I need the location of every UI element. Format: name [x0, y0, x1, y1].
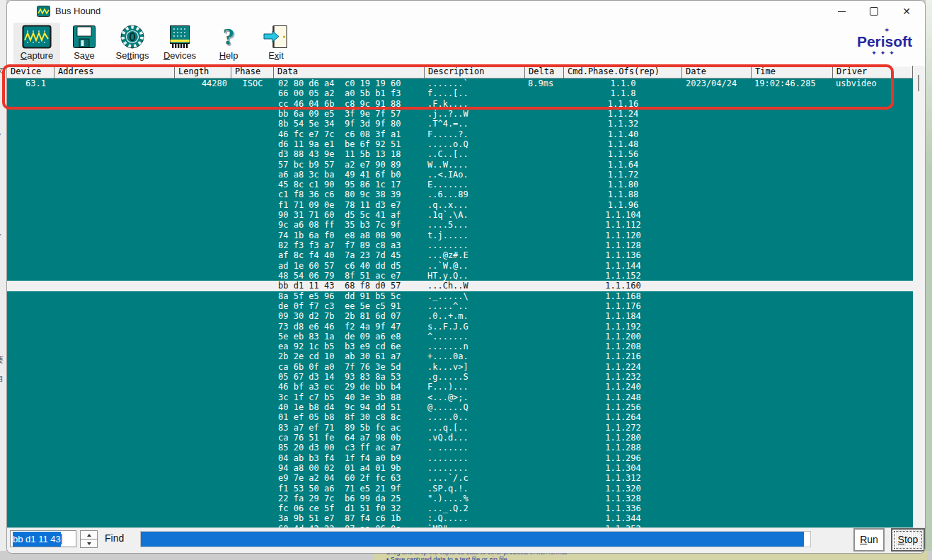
- table-row[interactable]: 8b 54 5e 34 9f 3d 9f 80.T^4.=..1.1.32: [7, 119, 913, 129]
- table-row[interactable]: 46 bf a3 ec 29 de bb b4F...)...1.1.240: [7, 382, 913, 392]
- table-row[interactable]: bb d1 11 43 68 f8 d0 57...Ch..W1.1.160: [7, 281, 913, 291]
- devices-icon: [156, 23, 203, 51]
- table-row[interactable]: 2b 2e cd 10 ab 30 61 a7+....0a.1.1.216: [7, 351, 913, 361]
- title-bar[interactable]: Bus Hound ✕: [7, 1, 925, 22]
- table-row[interactable]: 74 1b 6a f0 e8 a8 08 90t.j.....1.1.120: [7, 231, 913, 240]
- table-row[interactable]: ad 1e 60 57 c6 40 dd d5..`W.@..1.1.144: [7, 261, 913, 271]
- table-body: 63.144280ISOC02 80 d6 a4 c0 19 19 60....…: [7, 78, 913, 527]
- exit-button[interactable]: Exit: [253, 23, 299, 64]
- arrow-up-icon: [87, 534, 91, 537]
- table-row[interactable]: 09 30 d2 7b 2b 81 6d 07.0..+.m.1.1.184: [7, 311, 913, 321]
- background-left-window-sliver: 攵 ✓ ✓ 要 自: [0, 0, 6, 560]
- help-icon: ?: [205, 23, 252, 51]
- table-row[interactable]: f1 71 09 0e 78 11 d3 e7.q..x...1.1.96: [7, 200, 913, 210]
- column-header-date[interactable]: Date: [682, 66, 752, 78]
- close-icon: ✕: [902, 6, 911, 16]
- table-row[interactable]: 5e eb 83 1a de 09 a6 e8^.......1.1.200: [7, 332, 913, 342]
- column-header-device[interactable]: Device: [7, 66, 54, 78]
- bg-glyph: 攵: [0, 65, 4, 76]
- table-row[interactable]: 22 fa 29 7c b6 99 da 25".)....%1.1.328: [7, 494, 913, 503]
- table-row[interactable]: 48 54 06 79 8f 51 ac e7HT.y.Q..1.1.152: [7, 271, 913, 281]
- bg-glyph: ✓: [0, 232, 2, 241]
- stop-button[interactable]: Stop: [891, 528, 925, 552]
- scrollbar-thumb[interactable]: [918, 75, 919, 91]
- table-row[interactable]: 01 ef 05 b8 8f 30 c8 8c.....0..1.1.264: [7, 412, 913, 422]
- column-header-description[interactable]: Description: [425, 66, 525, 78]
- settings-button-label: Settings: [109, 51, 156, 61]
- table-row[interactable]: 82 f3 f3 a7 f7 89 c8 a3........1.1.128: [7, 240, 913, 250]
- column-header-cmd-phase-ofs-rep-[interactable]: Cmd.Phase.Ofs(rep): [564, 66, 682, 78]
- table-row[interactable]: 3c 1f c7 b5 40 3e 3b 88<...@>;.1.1.248: [7, 392, 913, 402]
- save-button[interactable]: Save: [61, 23, 108, 64]
- capture-progress-bar: [140, 531, 811, 547]
- column-header-phase[interactable]: Phase: [231, 66, 274, 78]
- table-row[interactable]: 04 ab b3 f4 1f f4 a0 b9........1.1.296: [7, 453, 913, 463]
- table-row[interactable]: d6 11 9a e1 be 6f 92 51.....o.Q1.1.48: [7, 139, 913, 149]
- table-row[interactable]: 40 1e b8 d4 9c 94 dd 51@......Q1.1.256: [7, 402, 913, 412]
- bg-glyph: 自: [0, 373, 4, 384]
- table-row[interactable]: cc 46 04 6b c8 9c 91 88.F.k....1.1.16: [7, 99, 913, 109]
- spinner-down-button[interactable]: [80, 539, 98, 548]
- table-row[interactable]: 8a 5f e5 96 dd 91 b5 5c._.....\1.1.168: [7, 291, 913, 301]
- table-row[interactable]: d3 88 43 9e 11 5b 13 18..C..[..1.1.56: [7, 149, 913, 159]
- settings-icon: [109, 23, 156, 51]
- run-button[interactable]: Run: [853, 528, 885, 552]
- table-row[interactable]: e9 7e a2 04 60 2f fc 63....`/.c1.1.312: [7, 473, 913, 483]
- exit-button-label: Exit: [253, 51, 299, 61]
- capture-button[interactable]: Capture: [13, 23, 60, 64]
- logo-diamonds-icon: ✦✦✦: [854, 50, 915, 56]
- close-button[interactable]: ✕: [890, 1, 923, 22]
- table-row[interactable]: ca 6b 0f a0 7f 76 3e 5d.k...v>]1.1.224: [7, 362, 913, 372]
- bus-hound-window: Bus Hound ✕ Capture: [6, 0, 926, 554]
- table-row[interactable]: fc 06 ce 5f d1 51 f0 32..._.Q.21.1.336: [7, 503, 913, 513]
- table-row[interactable]: 57 bc b9 57 a2 e7 90 89W..W....1.1.64: [7, 160, 913, 170]
- table-row[interactable]: 45 8c c1 90 95 86 1c 17E.......1.1.80: [7, 180, 913, 189]
- exit-icon: [253, 23, 299, 51]
- column-header-length[interactable]: Length: [175, 66, 231, 78]
- table-row[interactable]: af 8c f4 40 7a 23 7d 45...@z#.E1.1.136: [7, 250, 913, 260]
- column-header-time[interactable]: Time: [752, 66, 833, 78]
- maximize-icon: [870, 7, 878, 16]
- settings-button[interactable]: Settings: [109, 23, 156, 64]
- table-row[interactable]: 94 a8 00 02 01 a4 01 9b........1.1.304: [7, 463, 913, 473]
- table-row[interactable]: 46 fc e7 7c c6 08 3f a1F.....?.1.1.40: [7, 129, 913, 139]
- table-row[interactable]: 83 a7 ef 71 89 5b fc ac...q.[..1.1.272: [7, 423, 913, 433]
- table-row[interactable]: 73 d8 e6 46 f2 4a 9f 47s..F.J.G1.1.192: [7, 322, 913, 332]
- table-row[interactable]: 63.144280ISOC02 80 d6 a4 c0 19 19 60....…: [7, 78, 913, 88]
- minimize-icon: [838, 11, 846, 12]
- find-input[interactable]: bb d1 11 43: [10, 530, 76, 547]
- progress-fill: [141, 532, 804, 547]
- logo-star-icon: ✶: [884, 26, 890, 34]
- table-row[interactable]: 3a 9b 51 e7 87 f4 c6 1b:.Q.....1.1.344: [7, 513, 913, 523]
- table-row[interactable]: a6 a8 3c ba 49 41 6f b0..<.IAo.1.1.72: [7, 170, 913, 180]
- table-row[interactable]: de 0f f7 c3 ee 5e c5 91.....^..1.1.176: [7, 301, 913, 311]
- minimize-button[interactable]: [825, 1, 858, 22]
- perisoft-logo: ✶ Perisoft ✦✦✦: [854, 33, 915, 56]
- table-row[interactable]: 05 67 d3 14 93 83 8a 53.g.....S1.1.232: [7, 372, 913, 382]
- arrow-down-icon: [87, 542, 91, 545]
- table-row[interactable]: bb 6a 09 e5 3f 9e 7f 57.j..?..W1.1.24: [7, 109, 913, 119]
- column-header-data[interactable]: Data: [274, 66, 425, 78]
- bg-glyph: ✓: [0, 132, 2, 141]
- column-header-address[interactable]: Address: [54, 66, 175, 78]
- find-spinner: [80, 530, 98, 548]
- help-button[interactable]: ? Help: [205, 23, 252, 64]
- column-header-delta[interactable]: Delta: [525, 66, 564, 78]
- maximize-button[interactable]: [858, 1, 890, 22]
- table-row[interactable]: 9c a6 08 ff 35 b3 7c 9f....5...1.1.112: [7, 220, 913, 230]
- column-header-driver[interactable]: Driver: [833, 66, 913, 78]
- table-row[interactable]: f1 53 50 a6 71 e5 21 9f.SP.q.!.1.1.320: [7, 484, 913, 494]
- bg-glyph: 要: [0, 355, 4, 366]
- table-row[interactable]: c1 f8 36 c6 80 9c 38 39..6...891.1.88: [7, 189, 913, 199]
- table-row[interactable]: ea 92 1c b5 b3 e9 cd 6e.......n1.1.208: [7, 342, 913, 351]
- table-row[interactable]: 90 31 71 60 d5 5c 41 af.1q`.\A.1.1.104: [7, 210, 913, 220]
- devices-button-label: Devices: [156, 51, 203, 61]
- text-caret: [61, 534, 62, 544]
- help-button-label: Help: [205, 51, 252, 61]
- devices-button[interactable]: Devices: [156, 23, 203, 64]
- table-row[interactable]: 66 00 05 a2 a0 5b b1 f3f....[..1.1.8: [7, 88, 913, 98]
- table-row[interactable]: 85 20 d3 00 c3 ff ac a7. ......1.1.288: [7, 443, 913, 453]
- table-row[interactable]: ca 76 51 fe 64 a7 98 0b.vQ.d...1.1.280: [7, 433, 913, 443]
- vertical-scrollbar: [913, 66, 926, 527]
- tooltip-line: • Save captured data to a text file or z…: [386, 556, 927, 560]
